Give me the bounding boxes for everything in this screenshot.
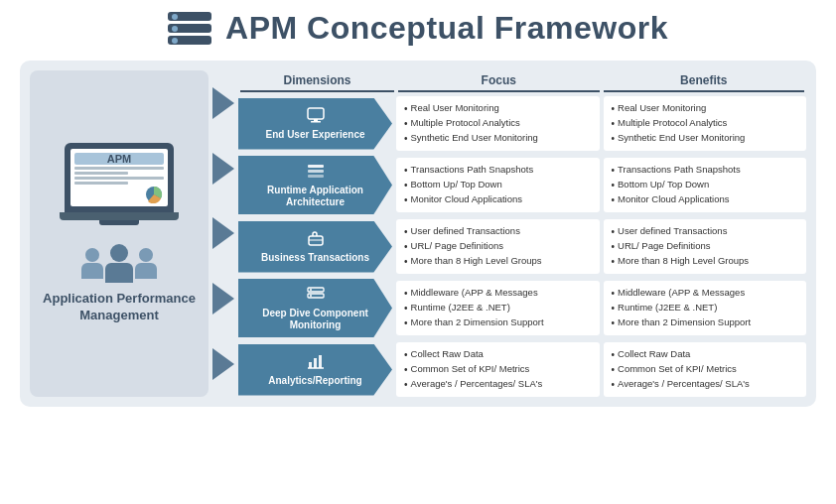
bullet-dot: • (612, 347, 616, 362)
bullet-text: Runtime (J2EE & .NET) (618, 301, 717, 315)
bullet-text: Transactions Path Snapshots (411, 163, 534, 177)
bullet-text: More than 8 High Level Groups (411, 254, 542, 268)
bullet-dot: • (404, 347, 408, 362)
server-icon (168, 12, 211, 45)
svg-rect-5 (308, 170, 324, 173)
bullet-item: •More than 8 High Level Groups (404, 254, 592, 269)
bullet-item: •Bottom Up/ Top Down (612, 178, 799, 192)
arrow-1 (212, 87, 234, 119)
person-center (105, 248, 133, 283)
bullet-item: •Monitor Cloud Applications (612, 192, 799, 207)
bullet-text: Real User Monitoring (618, 101, 706, 115)
bullet-dot: • (404, 163, 408, 178)
page-header: APM Conceptual Framework (20, 10, 816, 47)
bullet-text: Collect Raw Data (411, 347, 484, 361)
table-row: Deep Dive Component Monitoring•Middlewar… (238, 279, 806, 337)
bullet-dot: • (404, 224, 408, 239)
table-rows: End User Experience•Real User Monitoring… (238, 96, 806, 397)
table-row: Business Transactions•User defined Trans… (238, 219, 806, 274)
dim-label-3: Deep Dive Component Monitoring (246, 308, 384, 331)
bullet-dot: • (404, 315, 408, 330)
bullet-dot: • (404, 254, 408, 269)
svg-rect-15 (319, 355, 322, 368)
benefits-cell-0: •Real User Monitoring•Multiple Protocol … (604, 96, 807, 151)
bullet-text: Bottom Up/ Top Down (618, 178, 709, 191)
focus-cell-3: •Middleware (APP & Messages•Runtime (J2E… (396, 281, 600, 335)
bullet-item: •User defined Transactions (612, 224, 799, 239)
bullet-item: •Bottom Up/ Top Down (404, 178, 592, 192)
bullet-text: URL/ Page Definitions (618, 239, 710, 253)
bullet-item: •URL/ Page Definitions (612, 239, 799, 254)
col-focus: Focus (398, 70, 600, 92)
bullet-dot: • (404, 192, 408, 207)
bullet-item: •URL/ Page Definitions (404, 239, 592, 254)
bullet-text: Transactions Path Snapshots (618, 163, 741, 177)
bullet-item: •Middleware (APP & Messages (404, 286, 592, 301)
focus-cell-0: •Real User Monitoring•Multiple Protocol … (396, 96, 600, 151)
body-right (135, 263, 157, 279)
bullet-item: •Synthetic End User Monitoring (612, 131, 799, 146)
dim-icon-2 (306, 229, 326, 250)
bullet-item: •Collect Raw Data (612, 347, 799, 362)
dim-label-2: Business Transactions (261, 252, 369, 264)
bullet-dot: • (612, 286, 616, 301)
screen-line-4 (74, 182, 128, 185)
bullet-text: User defined Transactions (411, 224, 520, 238)
bullet-item: •Synthetic End User Monitoring (404, 131, 592, 146)
bullet-item: •User defined Transactions (404, 224, 592, 239)
left-panel-title: Application Performance Management (40, 291, 199, 324)
benefits-cell-4: •Collect Raw Data•Common Set of KPI/ Met… (604, 342, 807, 397)
bullet-item: •Common Set of KPI/ Metrics (612, 362, 799, 377)
bullet-item: •Transactions Path Snapshots (612, 163, 799, 178)
bullet-dot: • (404, 286, 408, 301)
bullet-item: •Multiple Protocol Analytics (612, 116, 799, 131)
arrow-2 (212, 153, 234, 185)
bullet-item: •Average's / Percentages/ SLA's (404, 377, 592, 392)
col-dimensions: Dimensions (240, 70, 394, 92)
svg-rect-4 (308, 165, 324, 168)
dim-icon-3 (306, 285, 326, 306)
bullet-text: Collect Raw Data (618, 347, 690, 361)
bullet-item: •Runtime (J2EE & .NET) (612, 301, 799, 315)
arrow-5 (212, 348, 234, 380)
arrow-4 (212, 283, 234, 315)
bullet-item: •Average's / Percentages/ SLA's (612, 377, 799, 392)
dim-label-4: Analytics/Reporting (268, 375, 361, 387)
svg-rect-14 (314, 358, 317, 368)
server-layer-2 (168, 24, 211, 33)
bullet-text: Average's / Percentages/ SLA's (411, 377, 543, 391)
left-panel: APM (30, 70, 209, 397)
head-center (110, 244, 128, 262)
laptop-stand (99, 220, 139, 225)
bullet-dot: • (612, 163, 616, 178)
dim-cell-4: Analytics/Reporting (238, 344, 392, 396)
table-row: Analytics/Reporting•Collect Raw Data•Com… (238, 342, 806, 397)
bullet-dot: • (404, 239, 408, 254)
svg-point-12 (310, 295, 312, 297)
bullet-text: Real User Monitoring (411, 101, 499, 115)
bullet-item: •Collect Raw Data (404, 347, 592, 362)
bullet-dot: • (404, 362, 408, 377)
bullet-dot: • (612, 131, 616, 146)
focus-cell-4: •Collect Raw Data•Common Set of KPI/ Met… (396, 342, 600, 397)
bullet-text: Common Set of KPI/ Metrics (411, 362, 530, 376)
table-row: End User Experience•Real User Monitoring… (238, 96, 806, 151)
body-center (105, 263, 133, 283)
dim-icon-1 (306, 162, 326, 183)
svg-point-10 (310, 289, 312, 291)
bullet-text: Runtime (J2EE & .NET) (411, 301, 510, 315)
page-title: APM Conceptual Framework (225, 10, 668, 47)
dim-icon-4 (306, 352, 326, 373)
bullet-item: •Real User Monitoring (612, 101, 799, 116)
head-right (139, 248, 153, 262)
focus-cell-1: •Transactions Path Snapshots•Bottom Up/ … (396, 158, 600, 212)
laptop-illustration: APM (55, 143, 184, 232)
main-content: APM (20, 61, 816, 407)
bullet-text: Common Set of KPI/ Metrics (618, 362, 737, 376)
bullet-text: More than 2 Dimension Support (411, 315, 544, 329)
dim-cell-3: Deep Dive Component Monitoring (238, 279, 392, 337)
bullet-text: More than 2 Dimension Support (618, 315, 751, 329)
bullet-dot: • (612, 192, 616, 207)
bullet-dot: • (404, 131, 408, 146)
bullet-item: •Runtime (J2EE & .NET) (404, 301, 592, 315)
